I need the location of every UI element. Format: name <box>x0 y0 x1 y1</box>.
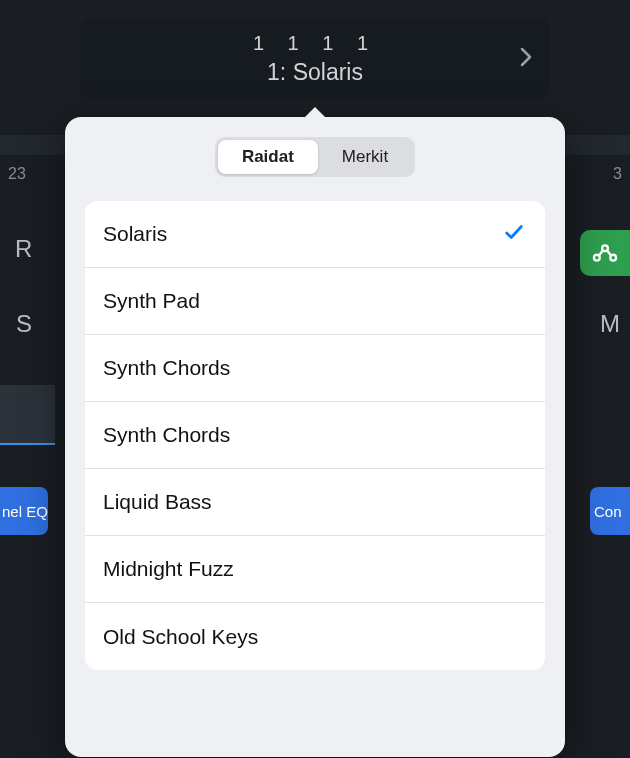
track-name: Synth Chords <box>103 423 230 447</box>
chevron-right-icon <box>520 47 532 71</box>
list-item[interactable]: Solaris <box>85 201 545 268</box>
track-name: Midnight Fuzz <box>103 557 234 581</box>
list-item[interactable]: Synth Chords <box>85 402 545 469</box>
automation-icon <box>591 239 619 267</box>
solo-button[interactable]: S <box>16 310 32 338</box>
automation-button[interactable] <box>580 230 630 276</box>
segmented-control-wrap: Raidat Merkit <box>65 117 565 201</box>
tab-tracks[interactable]: Raidat <box>218 140 318 174</box>
segmented-control: Raidat Merkit <box>215 137 415 177</box>
bg-ruler-left: 23 <box>8 165 26 183</box>
current-track-label: 1: Solaris <box>267 59 363 86</box>
track-name: Solaris <box>103 222 167 246</box>
track-name: Synth Pad <box>103 289 200 313</box>
list-item[interactable]: Midnight Fuzz <box>85 536 545 603</box>
popover-arrow <box>303 107 327 119</box>
compressor-button[interactable]: Con <box>590 487 630 535</box>
location-display[interactable]: 1 1 1 1 1: Solaris <box>80 18 550 100</box>
svg-point-1 <box>602 245 608 251</box>
channel-eq-button[interactable]: nel EQ <box>0 487 48 535</box>
mute-button[interactable]: M <box>600 310 620 338</box>
track-name: Liquid Bass <box>103 490 212 514</box>
tab-markers[interactable]: Merkit <box>318 140 412 174</box>
track-list: Solaris Synth Pad Synth Chords Synth Cho… <box>85 201 545 670</box>
list-item[interactable]: Synth Chords <box>85 335 545 402</box>
checkmark-icon <box>503 221 525 248</box>
bg-track-row <box>0 385 55 445</box>
svg-point-2 <box>610 255 616 261</box>
position-counter: 1 1 1 1 <box>253 32 377 55</box>
list-item[interactable]: Synth Pad <box>85 268 545 335</box>
track-name: Old School Keys <box>103 625 258 649</box>
list-item[interactable]: Old School Keys <box>85 603 545 670</box>
list-item[interactable]: Liquid Bass <box>85 469 545 536</box>
bg-ruler-right: 3 <box>613 165 622 183</box>
track-name: Synth Chords <box>103 356 230 380</box>
track-navigation-popover: Raidat Merkit Solaris Synth Pad Synth Ch… <box>65 117 565 757</box>
svg-point-0 <box>594 255 600 261</box>
record-button[interactable]: R <box>15 235 32 263</box>
